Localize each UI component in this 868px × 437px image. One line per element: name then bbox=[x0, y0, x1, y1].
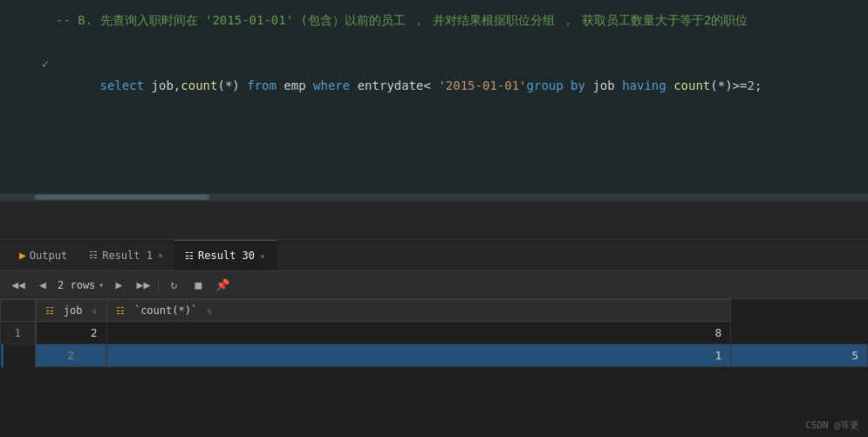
result-table-container: ☷ job ⇅ ☷ `count(*)` ⇅ 1 2 8 bbox=[0, 299, 868, 367]
row1-count: 8 bbox=[106, 322, 731, 345]
horizontal-scrollbar[interactable] bbox=[0, 194, 868, 201]
result30-icon: ☷ bbox=[185, 250, 194, 262]
stop-button[interactable]: ■ bbox=[188, 276, 208, 295]
table-header-row: ☷ job ⇅ ☷ `count(*)` ⇅ bbox=[1, 300, 868, 322]
pin-button[interactable]: 📌 bbox=[213, 276, 232, 295]
col-header-job[interactable]: ☷ job ⇅ bbox=[36, 300, 107, 322]
toolbar-separator bbox=[158, 278, 159, 292]
tab-result30-close[interactable]: ✕ bbox=[260, 251, 265, 261]
tab-result1-label: Result 1 bbox=[102, 249, 153, 262]
tab-result30-label: Result 30 bbox=[198, 249, 255, 262]
prev-page-button[interactable]: ◀ bbox=[33, 276, 52, 295]
last-page-button[interactable]: ▶▶ bbox=[133, 276, 153, 295]
row2-count: 5 bbox=[731, 345, 868, 367]
row1-job: 2 bbox=[36, 322, 107, 345]
col-job-label: job bbox=[64, 304, 83, 317]
result1-icon: ☷ bbox=[89, 249, 98, 261]
col-job-icon: ☷ bbox=[45, 305, 54, 317]
refresh-button[interactable]: ↻ bbox=[164, 276, 183, 295]
line-check-mark: ✓ bbox=[35, 57, 56, 71]
tab-output-label: Output bbox=[30, 249, 67, 262]
comment-line: -- B. 先查询入职时间在 '2015-01-01' (包含）以前的员工 ， … bbox=[0, 9, 868, 31]
result-table: ☷ job ⇅ ☷ `count(*)` ⇅ 1 2 8 bbox=[0, 299, 868, 367]
table-row[interactable]: 1 2 8 bbox=[1, 322, 868, 345]
comment-code: -- B. 先查询入职时间在 '2015-01-01' (包含）以前的员工 ， … bbox=[56, 10, 868, 30]
tab-result30[interactable]: ☷ Result 30 ✕ bbox=[174, 240, 277, 270]
rows-label[interactable]: 2 rows ▾ bbox=[58, 279, 104, 291]
blank-code bbox=[56, 33, 868, 52]
row-num-header bbox=[1, 300, 36, 322]
rows-count: 2 rows bbox=[58, 279, 95, 291]
tab-output[interactable]: ▶ Output bbox=[9, 240, 79, 270]
next-page-button[interactable]: ▶ bbox=[109, 276, 128, 295]
col-count-label: `count(*)` bbox=[134, 304, 197, 317]
row-num-2: 2 bbox=[36, 345, 107, 367]
tab-result1[interactable]: ☷ Result 1 ✕ bbox=[79, 240, 174, 270]
col-count-icon: ☷ bbox=[116, 305, 125, 317]
sql-code: select job,count(*) from emp where entry… bbox=[56, 57, 868, 115]
check-icon: ✓ bbox=[42, 57, 49, 71]
panel-divider bbox=[0, 201, 868, 240]
editor-area: -- B. 先查询入职时间在 '2015-01-01' (包含）以前的员工 ， … bbox=[0, 0, 868, 201]
col-job-sort-icon[interactable]: ⇅ bbox=[92, 306, 98, 316]
tab-result1-close[interactable]: ✕ bbox=[158, 250, 163, 260]
rows-chevron-icon: ▾ bbox=[99, 280, 104, 290]
col-count-sort-icon[interactable]: ⇅ bbox=[207, 306, 212, 316]
sql-line: ✓ select job,count(*) from emp where ent… bbox=[0, 55, 868, 117]
col-header-count[interactable]: ☷ `count(*)` ⇅ bbox=[106, 300, 731, 322]
row2-job: 1 bbox=[106, 345, 731, 367]
row-num-1: 1 bbox=[1, 322, 36, 345]
tabs-bar: ▶ Output ☷ Result 1 ✕ ☷ Result 30 ✕ bbox=[0, 240, 868, 271]
scrollbar-thumb[interactable] bbox=[35, 195, 209, 200]
table-row[interactable]: 2 1 5 bbox=[1, 345, 868, 367]
table-toolbar: ◀◀ ◀ 2 rows ▾ ▶ ▶▶ ↻ ■ 📌 bbox=[0, 271, 868, 299]
first-page-button[interactable]: ◀◀ bbox=[9, 276, 28, 295]
blank-line bbox=[0, 31, 868, 54]
result-panel: ▶ Output ☷ Result 1 ✕ ☷ Result 30 ✕ ◀◀ ◀… bbox=[0, 240, 868, 437]
output-icon: ▶ bbox=[19, 249, 26, 262]
csdn-watermark: CSDN @等更 bbox=[805, 419, 859, 432]
